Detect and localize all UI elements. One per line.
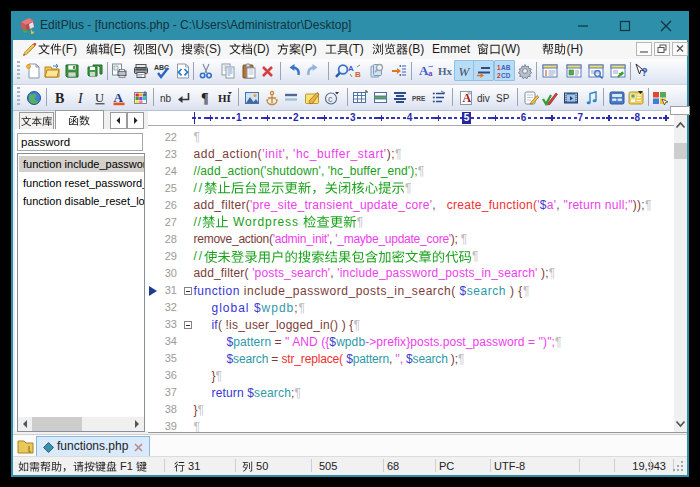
svg-text:nb: nb bbox=[160, 93, 172, 104]
svg-text:c: c bbox=[328, 94, 333, 104]
svg-text:B: B bbox=[55, 91, 64, 106]
svg-text:AB: AB bbox=[501, 64, 511, 71]
svg-text:SP: SP bbox=[496, 93, 510, 104]
svg-text:I: I bbox=[77, 91, 84, 106]
svg-text:¶: ¶ bbox=[201, 91, 209, 106]
svg-text:PRE: PRE bbox=[412, 95, 426, 102]
svg-text:div: div bbox=[477, 93, 490, 104]
svg-text:U: U bbox=[95, 91, 104, 105]
svg-text:B: B bbox=[355, 70, 361, 79]
svg-text:A: A bbox=[114, 90, 124, 105]
svg-text:HI: HI bbox=[218, 92, 231, 104]
svg-text:W: W bbox=[459, 64, 471, 79]
svg-text:Hx: Hx bbox=[438, 65, 453, 77]
svg-text:A: A bbox=[348, 64, 354, 73]
svg-text:CD: CD bbox=[501, 72, 511, 79]
svg-text:?: ? bbox=[641, 66, 648, 78]
svg-text:a: a bbox=[428, 68, 433, 78]
